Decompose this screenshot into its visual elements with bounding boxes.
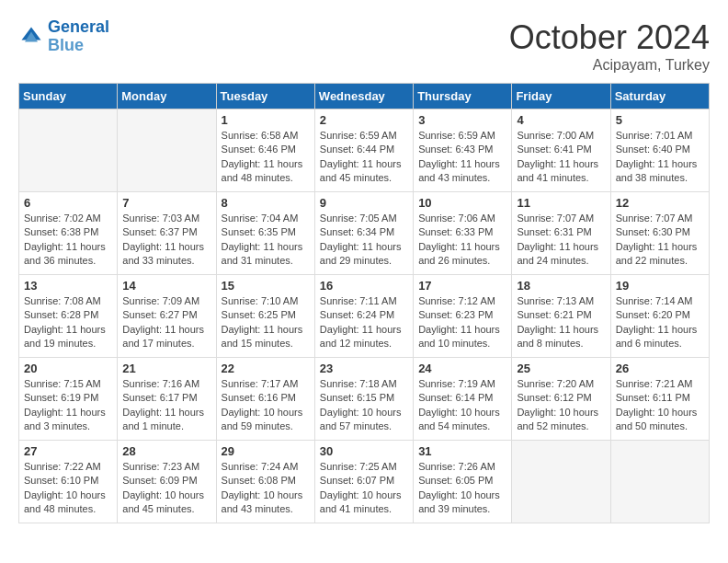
- day-info: Sunrise: 7:13 AMSunset: 6:21 PMDaylight:…: [517, 294, 605, 351]
- day-number: 23: [320, 362, 408, 375]
- day-number: 30: [320, 444, 408, 458]
- day-number: 19: [616, 279, 704, 293]
- day-info: Sunrise: 7:24 AMSunset: 6:08 PMDaylight:…: [222, 460, 310, 517]
- logo-icon: [18, 24, 44, 50]
- day-number: 12: [616, 196, 704, 210]
- day-number: 13: [24, 279, 112, 293]
- day-info: Sunrise: 7:14 AMSunset: 6:20 PMDaylight:…: [616, 294, 704, 351]
- calendar-cell: 27Sunrise: 7:22 AMSunset: 6:10 PMDayligh…: [19, 441, 118, 523]
- day-number: 15: [222, 279, 310, 293]
- calendar-cell: [610, 441, 709, 523]
- day-number: 22: [222, 362, 310, 375]
- day-number: 7: [122, 196, 210, 210]
- calendar-cell: 6Sunrise: 7:02 AMSunset: 6:38 PMDaylight…: [19, 192, 118, 275]
- day-number: 5: [616, 113, 704, 127]
- day-info: Sunrise: 7:25 AMSunset: 6:07 PMDaylight:…: [320, 460, 408, 517]
- day-info: Sunrise: 6:58 AMSunset: 6:46 PMDaylight:…: [222, 129, 310, 186]
- day-number: 11: [517, 196, 605, 210]
- day-info: Sunrise: 7:19 AMSunset: 6:14 PMDaylight:…: [418, 377, 506, 434]
- calendar-cell: 12Sunrise: 7:07 AMSunset: 6:30 PMDayligh…: [610, 192, 709, 275]
- day-number: 2: [320, 113, 408, 127]
- calendar-cell: 24Sunrise: 7:19 AMSunset: 6:14 PMDayligh…: [414, 358, 512, 441]
- calendar-cell: [512, 441, 610, 523]
- logo-line2: Blue: [48, 37, 109, 55]
- calendar-cell: 20Sunrise: 7:15 AMSunset: 6:19 PMDayligh…: [19, 358, 118, 441]
- calendar-week-row: 6Sunrise: 7:02 AMSunset: 6:38 PMDaylight…: [19, 192, 710, 275]
- calendar-cell: 7Sunrise: 7:03 AMSunset: 6:37 PMDaylight…: [118, 192, 216, 275]
- day-info: Sunrise: 7:21 AMSunset: 6:11 PMDaylight:…: [616, 377, 704, 434]
- day-number: 21: [122, 362, 210, 375]
- title-block: October 2024 Acipayam, Turkey: [509, 18, 710, 74]
- day-number: 20: [24, 362, 112, 375]
- calendar-cell: 28Sunrise: 7:23 AMSunset: 6:09 PMDayligh…: [118, 441, 216, 523]
- day-info: Sunrise: 6:59 AMSunset: 6:44 PMDaylight:…: [320, 129, 408, 186]
- day-info: Sunrise: 7:12 AMSunset: 6:23 PMDaylight:…: [418, 294, 506, 351]
- calendar-cell: 8Sunrise: 7:04 AMSunset: 6:35 PMDaylight…: [216, 192, 314, 275]
- day-info: Sunrise: 7:26 AMSunset: 6:05 PMDaylight:…: [418, 460, 506, 517]
- calendar-cell: 1Sunrise: 6:58 AMSunset: 6:46 PMDaylight…: [216, 109, 314, 192]
- weekday-header: Monday: [118, 84, 216, 109]
- weekday-header: Saturday: [610, 84, 709, 109]
- calendar-cell: 9Sunrise: 7:05 AMSunset: 6:34 PMDaylight…: [314, 192, 413, 275]
- calendar-cell: 30Sunrise: 7:25 AMSunset: 6:07 PMDayligh…: [314, 441, 413, 523]
- day-info: Sunrise: 6:59 AMSunset: 6:43 PMDaylight:…: [418, 129, 506, 186]
- day-number: 1: [222, 113, 310, 127]
- day-number: 31: [418, 444, 506, 458]
- day-number: 28: [122, 444, 210, 458]
- weekday-header: Tuesday: [216, 84, 314, 109]
- day-info: Sunrise: 7:05 AMSunset: 6:34 PMDaylight:…: [320, 212, 408, 269]
- calendar-cell: 14Sunrise: 7:09 AMSunset: 6:27 PMDayligh…: [118, 275, 216, 358]
- calendar-cell: 11Sunrise: 7:07 AMSunset: 6:31 PMDayligh…: [512, 192, 610, 275]
- day-info: Sunrise: 7:22 AMSunset: 6:10 PMDaylight:…: [24, 460, 112, 517]
- day-info: Sunrise: 7:17 AMSunset: 6:16 PMDaylight:…: [222, 377, 310, 434]
- day-number: 3: [418, 113, 506, 127]
- calendar-cell: 13Sunrise: 7:08 AMSunset: 6:28 PMDayligh…: [19, 275, 118, 358]
- day-info: Sunrise: 7:23 AMSunset: 6:09 PMDaylight:…: [122, 460, 210, 517]
- calendar-cell: 3Sunrise: 6:59 AMSunset: 6:43 PMDaylight…: [414, 109, 512, 192]
- month-title: October 2024: [509, 18, 710, 57]
- location-subtitle: Acipayam, Turkey: [509, 57, 710, 74]
- calendar-cell: 17Sunrise: 7:12 AMSunset: 6:23 PMDayligh…: [414, 275, 512, 358]
- day-number: 16: [320, 279, 408, 293]
- weekday-header: Sunday: [19, 84, 118, 109]
- day-info: Sunrise: 7:06 AMSunset: 6:33 PMDaylight:…: [418, 212, 506, 269]
- calendar-cell: 25Sunrise: 7:20 AMSunset: 6:12 PMDayligh…: [512, 358, 610, 441]
- day-info: Sunrise: 7:01 AMSunset: 6:40 PMDaylight:…: [616, 129, 704, 186]
- day-info: Sunrise: 7:03 AMSunset: 6:37 PMDaylight:…: [122, 212, 210, 269]
- day-info: Sunrise: 7:20 AMSunset: 6:12 PMDaylight:…: [517, 377, 605, 434]
- weekday-header: Friday: [512, 84, 610, 109]
- calendar-cell: 31Sunrise: 7:26 AMSunset: 6:05 PMDayligh…: [414, 441, 512, 523]
- day-number: 6: [24, 196, 112, 210]
- day-number: 14: [122, 279, 210, 293]
- calendar-cell: 2Sunrise: 6:59 AMSunset: 6:44 PMDaylight…: [314, 109, 413, 192]
- weekday-header: Wednesday: [314, 84, 413, 109]
- calendar-week-row: 20Sunrise: 7:15 AMSunset: 6:19 PMDayligh…: [19, 358, 710, 441]
- day-number: 24: [418, 362, 506, 375]
- calendar-cell: 19Sunrise: 7:14 AMSunset: 6:20 PMDayligh…: [610, 275, 709, 358]
- day-info: Sunrise: 7:07 AMSunset: 6:31 PMDaylight:…: [517, 212, 605, 269]
- weekday-header: Thursday: [414, 84, 512, 109]
- calendar-cell: 23Sunrise: 7:18 AMSunset: 6:15 PMDayligh…: [314, 358, 413, 441]
- day-info: Sunrise: 7:04 AMSunset: 6:35 PMDaylight:…: [222, 212, 310, 269]
- calendar-cell: 10Sunrise: 7:06 AMSunset: 6:33 PMDayligh…: [414, 192, 512, 275]
- day-info: Sunrise: 7:18 AMSunset: 6:15 PMDaylight:…: [320, 377, 408, 434]
- calendar-week-row: 27Sunrise: 7:22 AMSunset: 6:10 PMDayligh…: [19, 441, 710, 523]
- calendar-table: SundayMondayTuesdayWednesdayThursdayFrid…: [18, 83, 710, 523]
- logo: General Blue: [18, 18, 109, 55]
- day-number: 25: [517, 362, 605, 375]
- calendar-cell: 29Sunrise: 7:24 AMSunset: 6:08 PMDayligh…: [216, 441, 314, 523]
- logo-text: General Blue: [48, 18, 109, 55]
- day-info: Sunrise: 7:10 AMSunset: 6:25 PMDaylight:…: [222, 294, 310, 351]
- calendar-cell: 26Sunrise: 7:21 AMSunset: 6:11 PMDayligh…: [610, 358, 709, 441]
- day-number: 4: [517, 113, 605, 127]
- day-number: 10: [418, 196, 506, 210]
- day-number: 8: [222, 196, 310, 210]
- calendar-cell: 5Sunrise: 7:01 AMSunset: 6:40 PMDaylight…: [610, 109, 709, 192]
- calendar-cell: [19, 109, 118, 192]
- logo-line1: General: [48, 17, 109, 36]
- page-header: General Blue October 2024 Acipayam, Turk…: [18, 18, 710, 74]
- day-info: Sunrise: 7:15 AMSunset: 6:19 PMDaylight:…: [24, 377, 112, 434]
- calendar-week-row: 13Sunrise: 7:08 AMSunset: 6:28 PMDayligh…: [19, 275, 710, 358]
- day-info: Sunrise: 7:02 AMSunset: 6:38 PMDaylight:…: [24, 212, 112, 269]
- day-info: Sunrise: 7:11 AMSunset: 6:24 PMDaylight:…: [320, 294, 408, 351]
